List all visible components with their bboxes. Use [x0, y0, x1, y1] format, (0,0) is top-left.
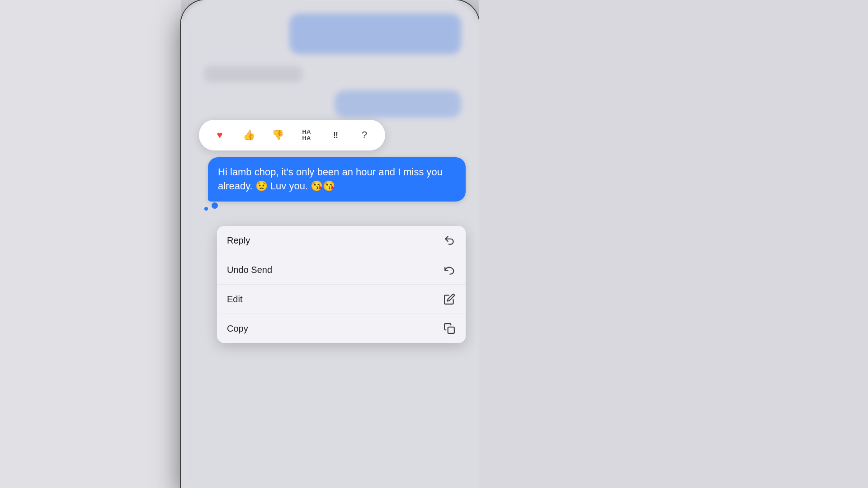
phone-frame: ♥ 👍 👎 HAHA !! ? [181, 0, 479, 488]
reaction-exclaim[interactable]: !! [326, 125, 345, 145]
reply-label: Reply [227, 235, 250, 246]
thumbs-down-icon: 👎 [272, 129, 284, 141]
undo-send-menu-item[interactable]: Undo Send [217, 255, 466, 285]
undo-send-label: Undo Send [227, 265, 272, 275]
haha-icon: HAHA [302, 129, 311, 142]
context-menu: Reply Undo Send [217, 226, 466, 343]
undo-svg [443, 264, 455, 276]
svg-rect-0 [448, 327, 454, 333]
bubble-tail-small [204, 207, 208, 211]
pencil-svg [443, 293, 455, 305]
reply-icon [443, 234, 456, 247]
reply-svg [443, 235, 455, 246]
question-icon: ? [362, 129, 367, 141]
edit-menu-item[interactable]: Edit [217, 285, 466, 314]
heart-icon: ♥ [217, 129, 222, 141]
copy-icon [443, 322, 456, 335]
reaction-thumbs-down[interactable]: 👎 [268, 125, 288, 145]
reply-menu-item[interactable]: Reply [217, 226, 466, 255]
thumbs-up-icon: 👍 [243, 129, 255, 141]
reaction-thumbs-up[interactable]: 👍 [239, 125, 259, 145]
left-panel [0, 0, 181, 488]
exclaim-icon: !! [333, 131, 338, 140]
bubble-tail-large [212, 202, 218, 209]
phone-screen: ♥ 👍 👎 HAHA !! ? [181, 0, 479, 488]
scene: ♥ 👍 👎 HAHA !! ? [0, 0, 868, 488]
copy-label: Copy [227, 324, 248, 334]
pencil-icon [443, 293, 456, 305]
reaction-heart[interactable]: ♥ [210, 125, 230, 145]
reaction-haha[interactable]: HAHA [297, 125, 316, 145]
reaction-bar: ♥ 👍 👎 HAHA !! ? [199, 120, 385, 150]
message-text: Hi lamb chop, it's only been an hour and… [218, 166, 443, 192]
copy-svg [443, 323, 455, 334]
copy-menu-item[interactable]: Copy [217, 314, 466, 343]
message-bubble: Hi lamb chop, it's only been an hour and… [208, 157, 466, 202]
reaction-question[interactable]: ? [354, 125, 374, 145]
right-panel [479, 0, 868, 488]
undo-icon [443, 263, 456, 276]
edit-label: Edit [227, 294, 242, 305]
